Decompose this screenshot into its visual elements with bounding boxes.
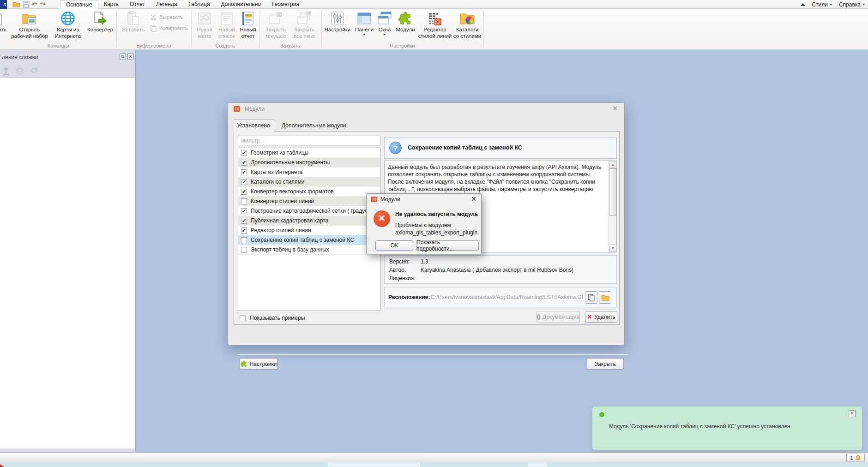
ribbon-button-windows[interactable]: Окна (376, 10, 393, 42)
ribbon-button-new-list[interactable]: Новый список (216, 10, 237, 42)
close-icon[interactable]: ✕ (470, 195, 477, 203)
ribbon-button-converter[interactable]: Конвертер (85, 10, 115, 42)
undo-icon[interactable] (30, 0, 38, 8)
module-checkbox[interactable] (241, 198, 247, 204)
version-value: 1.3 (421, 258, 428, 265)
module-checkbox[interactable]: ✔ (241, 179, 247, 185)
menu-tab-dopolnitelno[interactable]: Дополнительно (216, 0, 266, 9)
module-row[interactable]: ✔Редактор стилей линий (238, 226, 380, 235)
layers-panel-content[interactable] (0, 78, 135, 449)
error-dialog-titlebar[interactable]: Модули ✕ (367, 194, 481, 206)
remove-module-button[interactable]: ✕ Удалить (585, 311, 617, 323)
ribbon-button-line-style-editor[interactable]: Редактор стилей линий (418, 10, 452, 42)
chevron-down-icon (363, 34, 366, 36)
module-checkbox[interactable]: ✔ (241, 169, 247, 175)
panel-float-icon[interactable]: ⧉ (120, 54, 126, 60)
menu-tab-osnovnye[interactable]: Основные (60, 0, 98, 9)
show-details-button[interactable]: Показать подробности... (416, 240, 479, 251)
module-details-title: Сохранение копий таблиц с заменой КС (408, 144, 522, 151)
module-checkbox[interactable]: ✔ (241, 218, 247, 224)
notifications-box[interactable]: 1 (846, 454, 865, 461)
modules-app-icon (370, 196, 377, 203)
open-folder-icon[interactable] (12, 0, 20, 8)
add-layer-icon[interactable] (1, 66, 11, 77)
dialog-titlebar[interactable]: Модули ✕ (228, 103, 624, 115)
ribbon-button-new-report[interactable]: Новый отчет (237, 10, 259, 42)
close-all-windows-icon (296, 11, 312, 26)
module-row[interactable]: Конвертер стилей линий (238, 197, 380, 206)
close-dialog-button[interactable]: Закрыть (587, 358, 624, 370)
module-row[interactable]: ✔Построение картографической сетки ( гра… (238, 206, 380, 216)
collapse-ribbon-icon[interactable] (801, 3, 805, 6)
ribbon-button-paste[interactable]: Вставить (120, 10, 147, 42)
error-dialog: Модули ✕ ✕ Не удалось запустить модуль П… (366, 193, 482, 254)
ribbon-button-close-all[interactable]: Закрыть все окна (290, 10, 318, 42)
layers-icon[interactable] (15, 66, 25, 77)
scrollbar[interactable]: ▲ ▼ (609, 161, 616, 252)
ribbon-group-komandy: ать Открыть рабочий набор Карты из Интер… (0, 9, 116, 49)
module-row[interactable]: ✔Публичная кадастровая карта (238, 216, 380, 226)
menu-tab-karta[interactable]: Карта (98, 0, 124, 9)
module-row[interactable]: Сохранение копий таблиц с заменой КС (238, 235, 380, 245)
module-row[interactable]: ✔Карты из Интернета (238, 168, 380, 177)
close-icon[interactable]: ✕ (611, 105, 619, 112)
panel-close-icon[interactable]: ✕ (127, 54, 134, 60)
app-menu-button[interactable]: л (0, 0, 7, 9)
settings-button[interactable]: Настройки (240, 358, 277, 370)
error-message-line1: Проблемы с модулем (395, 222, 451, 228)
menu-tab-legenda[interactable]: Легенда (151, 0, 183, 9)
module-name: Каталоги со стилями (251, 179, 304, 185)
module-row[interactable]: ✔Геометрия из таблицы (238, 148, 380, 158)
ribbon-button-web-maps[interactable]: Карты из Интернета (53, 10, 83, 42)
taskbar-item[interactable] (528, 462, 547, 467)
module-checkbox[interactable]: ✔ (241, 228, 247, 234)
ribbon-button-modules[interactable]: Модули (394, 10, 417, 42)
module-row[interactable]: ✔Каталоги со стилями (238, 177, 380, 187)
module-checkbox[interactable]: ✔ (241, 189, 247, 195)
author-value: Karyakina Anastasia ( Добавлен экспорт в… (421, 267, 573, 273)
help-menu[interactable]: Справка (839, 1, 865, 8)
close-icon[interactable]: ✕ (849, 410, 856, 417)
module-checkbox[interactable]: ✔ (241, 150, 247, 156)
module-checkbox[interactable]: ✔ (241, 208, 247, 214)
module-checkbox[interactable]: ✔ (241, 160, 247, 166)
ribbon-button-new-map[interactable]: Новая карта (194, 10, 215, 42)
scrollbar-thumb[interactable] (609, 168, 617, 216)
module-row[interactable]: ✔Дополнительные инструменты (238, 158, 380, 168)
module-row[interactable]: Экспорт таблиц в базу данных (238, 245, 380, 255)
module-checkbox[interactable] (241, 247, 247, 253)
ribbon-button-copy[interactable]: Копировать (150, 24, 188, 33)
copy-path-button[interactable] (585, 291, 597, 304)
ribbon-button-style-catalogs[interactable]: Каталоги со стилями (453, 10, 482, 42)
ribbon-button-settings[interactable]: Настройки (323, 10, 352, 42)
open-folder-button[interactable] (599, 291, 611, 304)
ribbon-button-panels[interactable]: Панели (354, 10, 375, 42)
ribbon-button-cut[interactable]: Вырезать (150, 12, 183, 22)
styles-menu[interactable]: Стили (812, 1, 832, 8)
menu-tab-tablica[interactable]: Таблица (183, 0, 216, 9)
module-row[interactable]: ✔Конвертер векторных форматов (238, 187, 380, 197)
layers-panel-header: ление слоями ⧉ ✕ (0, 53, 135, 63)
ribbon-button-open-workspace[interactable]: Открыть рабочий набор (10, 10, 49, 42)
documentation-button[interactable]: i Документация (536, 311, 580, 323)
remove-layer-icon[interactable] (29, 66, 39, 77)
redo-icon[interactable] (39, 0, 47, 8)
show-examples-checkbox[interactable] (240, 315, 246, 321)
ok-button[interactable]: ОК (375, 240, 413, 251)
scroll-up-icon[interactable]: ▲ (609, 161, 617, 168)
taskbar-item[interactable] (328, 462, 420, 467)
scroll-down-icon[interactable]: ▼ (609, 245, 617, 252)
location-label: Расположение: (388, 294, 430, 300)
ribbon-button-close-current[interactable]: Закрыть текущее (263, 10, 289, 42)
save-icon[interactable] (22, 0, 30, 8)
group-label: Команды (0, 43, 116, 48)
paste-icon (126, 11, 141, 26)
tab-additional-modules[interactable]: Дополнительные модули (279, 122, 349, 129)
tab-installed[interactable]: Установлено (233, 120, 274, 132)
filter-input[interactable] (238, 136, 380, 145)
module-checkbox[interactable] (241, 237, 247, 243)
group-label: Буфер обмена (116, 43, 191, 48)
ribbon-button-clipped[interactable]: ать (0, 10, 8, 42)
menu-tab-otchet[interactable]: Отчет (124, 0, 151, 9)
menu-tab-geometriya[interactable]: Геометрия (266, 0, 305, 9)
